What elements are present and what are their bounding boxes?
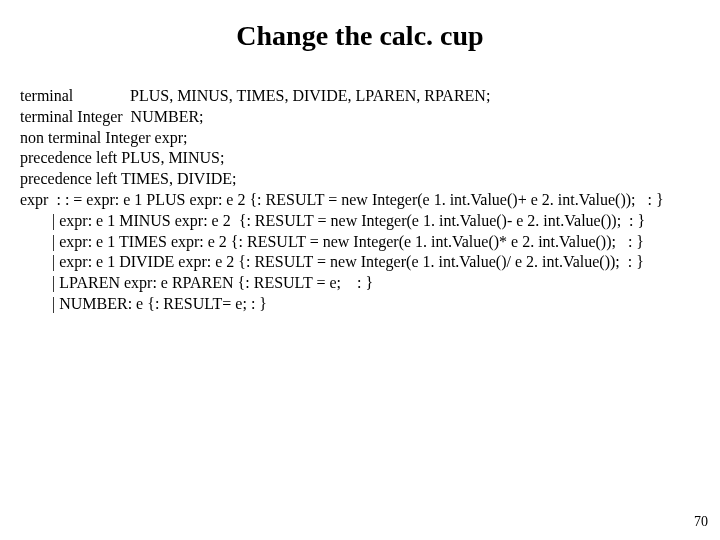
keyword-terminal: terminal <box>20 86 130 107</box>
code-line: | LPAREN expr: e RPAREN {: RESULT = e; :… <box>20 273 710 294</box>
slide-title: Change the calc. cup <box>0 20 720 52</box>
code-line: precedence left PLUS, MINUS; <box>20 148 710 169</box>
code-line: terminal Integer NUMBER; <box>20 107 710 128</box>
code-line: | expr: e 1 TIMES expr: e 2 {: RESULT = … <box>20 232 710 253</box>
code-line: | expr: e 1 MINUS expr: e 2 {: RESULT = … <box>20 211 710 232</box>
code-line: | expr: e 1 DIVIDE expr: e 2 {: RESULT =… <box>20 252 710 273</box>
code-line: | NUMBER: e {: RESULT= e; : } <box>20 294 710 315</box>
slide-body: terminalPLUS, MINUS, TIMES, DIVIDE, LPAR… <box>20 86 710 315</box>
page-number: 70 <box>694 514 708 530</box>
code-line: terminalPLUS, MINUS, TIMES, DIVIDE, LPAR… <box>20 86 710 107</box>
code-line: non terminal Integer expr; <box>20 128 710 149</box>
code-text: PLUS, MINUS, TIMES, DIVIDE, LPAREN, RPAR… <box>130 87 490 104</box>
slide: Change the calc. cup terminalPLUS, MINUS… <box>0 0 720 540</box>
code-line: expr : : = expr: e 1 PLUS expr: e 2 {: R… <box>20 190 710 211</box>
code-line: precedence left TIMES, DIVIDE; <box>20 169 710 190</box>
